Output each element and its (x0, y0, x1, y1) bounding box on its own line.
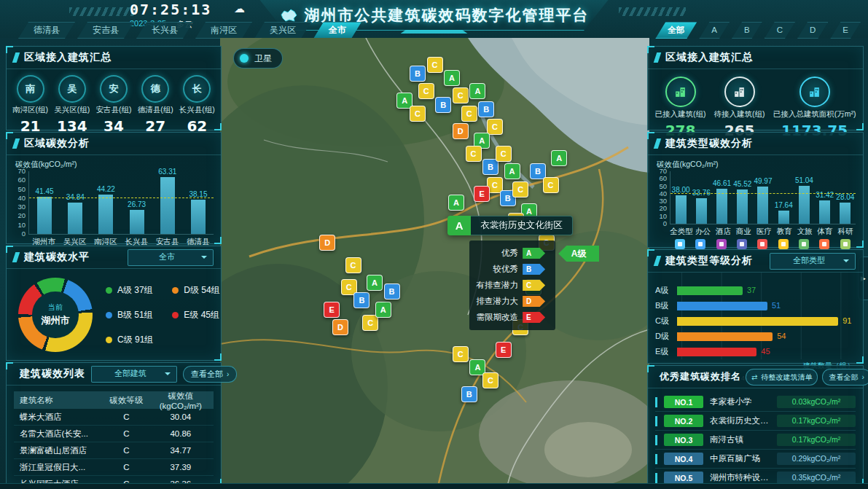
building-marker-grade-B[interactable]: B (384, 283, 400, 300)
x-tick-label: 医疗 (754, 227, 774, 237)
building-marker-grade-D[interactable]: D (453, 123, 469, 139)
region-circle-icon: 长 (183, 75, 211, 103)
building-marker-grade-B[interactable]: B (353, 292, 370, 308)
building-marker-grade-B[interactable]: B (478, 101, 494, 117)
rank-value-badge: 0.29kgCO₂/m² (777, 453, 856, 465)
region-tab[interactable]: 长兴县 (136, 22, 193, 39)
cloud-icon: ☁ (234, 2, 245, 15)
building-marker-grade-C[interactable]: C (418, 83, 434, 99)
building-marker-grade-E[interactable]: E (324, 302, 340, 318)
map-legend-row: 优秀AA级 (477, 248, 546, 259)
building-marker-grade-A[interactable]: A (367, 275, 383, 291)
panel-region-summary-left: 区域接入建筑汇总 南南浔区(组)21吴吴兴区(组)134安安吉县(组)34德德清… (6, 46, 222, 130)
region-circle-icon: 吴 (58, 75, 86, 103)
rank-row[interactable]: NO.3南浔古镇0.17kgCO₂/m² (655, 431, 856, 450)
bar-value-label: 31.42 (816, 191, 834, 199)
building-marker-grade-C[interactable]: C (453, 87, 469, 103)
region-circle-icon: 安 (100, 75, 128, 103)
building-marker-grade-D[interactable]: D (332, 319, 348, 335)
building-marker-grade-C[interactable]: C (461, 106, 477, 122)
region-stat-label: 德清县(组) (138, 105, 173, 115)
table-row[interactable]: 蝶米大酒店C30.04 (14, 409, 214, 426)
title-notch (12, 369, 16, 379)
building-marker-grade-C[interactable]: C (482, 372, 498, 388)
x-tick-label: 商业 (733, 227, 754, 237)
column-header: 建筑名称 (14, 395, 105, 406)
hbar (677, 317, 838, 326)
access-stat-label: 已接入总建筑面积(万m²) (773, 109, 856, 120)
grade-tab[interactable]: D (797, 22, 828, 39)
category-icon (799, 239, 809, 249)
reference-line (670, 193, 856, 194)
legend-text: D级 54组 (184, 284, 219, 297)
grade-tab[interactable]: A (699, 22, 730, 39)
view-all-ranking-button[interactable]: 查看全部 › (822, 369, 868, 386)
hbar-row: C级91 (655, 313, 854, 329)
building-marker-grade-E[interactable]: E (496, 342, 512, 358)
building-name: 蝶米大酒店 (14, 412, 105, 423)
category-icons-row (670, 239, 863, 249)
panel-title: 建筑类型等级分析 (665, 254, 753, 267)
table-row[interactable]: 浙江皇冠假日大...C37.39 (14, 459, 214, 476)
region-stat-label: 安吉县(组) (95, 105, 131, 115)
building-marker-grade-E[interactable]: E (474, 186, 490, 202)
building-marker-grade-B[interactable]: B (482, 159, 498, 175)
region-tab[interactable]: 安吉县 (77, 22, 134, 39)
building-marker-grade-C[interactable]: C (345, 257, 361, 273)
view-all-button[interactable]: 查看全部 › (183, 366, 237, 383)
hbar (677, 332, 773, 341)
pending-list-button[interactable]: ⇄ 待整改建筑清单 (746, 369, 818, 386)
city-dropdown[interactable]: 全市 (128, 249, 214, 266)
hbar-label: C级 (655, 316, 677, 326)
region-tab[interactable]: 全市 (313, 22, 361, 39)
building-filter-dropdown[interactable]: 全部建筑 (91, 366, 177, 383)
satellite-map[interactable]: 卫星 BCACACBCACBCADCBCACEBCACBCAAECBACDCAB… (220, 38, 649, 483)
building-marker-grade-C[interactable]: C (410, 106, 426, 122)
building-marker-grade-A[interactable]: A (504, 163, 520, 179)
building-marker-grade-B[interactable]: B (410, 66, 426, 82)
rank-badge: NO.2 (664, 415, 703, 427)
building-marker-grade-C[interactable]: C (427, 57, 443, 73)
building-marker-grade-C[interactable]: C (543, 177, 559, 193)
bar-column: 17.64 (773, 201, 794, 224)
grade-tab[interactable]: E (830, 22, 861, 39)
rank-row[interactable]: NO.2衣裳街历史文化街区0.17kgCO₂/m² (655, 412, 856, 431)
bar-value-label: 28.04 (836, 193, 854, 201)
rank-row[interactable]: NO.1李家巷小学0.03kgCO₂/m² (655, 393, 856, 412)
type-filter-dropdown[interactable]: 全部类型 (770, 253, 856, 270)
map-legend-label: 优秀 (501, 248, 518, 259)
building-marker-grade-B[interactable]: B (461, 386, 477, 402)
grade-tab[interactable]: B (732, 22, 762, 39)
map-tooltip[interactable]: A 衣裳街历史文化街区 (447, 216, 573, 235)
category-icon (716, 239, 727, 249)
building-marker-grade-C[interactable]: C (453, 346, 469, 362)
building-marker-grade-A[interactable]: A (469, 83, 485, 99)
bar (778, 211, 789, 224)
building-marker-grade-C[interactable]: C (512, 181, 528, 197)
bar (716, 189, 727, 224)
region-tab[interactable]: 吴兴区 (254, 22, 311, 39)
grade-tab[interactable]: C (765, 22, 795, 39)
table-row[interactable]: 名雷大酒店(长安...C40.86 (14, 426, 214, 442)
title-notch-decoration (401, 30, 468, 34)
building-marker-grade-A[interactable]: A (444, 70, 460, 86)
region-tab[interactable]: 南浔区 (195, 22, 252, 39)
y-tick-label: 60 (659, 174, 667, 182)
rank-row[interactable]: NO.4中原百脑广场0.29kgCO₂/m² (655, 450, 856, 469)
grade-tab[interactable]: 全部 (655, 22, 697, 39)
building-marker-grade-C[interactable]: C (496, 146, 512, 162)
building-marker-grade-A[interactable]: A (448, 195, 464, 211)
region-tab[interactable]: 德清县 (18, 22, 75, 39)
satellite-toggle[interactable]: 卫星 (233, 48, 283, 69)
building-marker-grade-A[interactable]: A (551, 150, 567, 166)
building-marker-grade-C[interactable]: C (466, 146, 482, 162)
table-row[interactable]: 景澜富硒山居酒店C34.77 (14, 442, 214, 459)
building-marker-grade-D[interactable]: D (319, 235, 335, 251)
map-legend-row: 有排查潜力C (477, 280, 546, 291)
hbar-row: B级51 (655, 298, 854, 313)
region-stat: 南南浔区(组)21 (12, 75, 48, 135)
building-marker-grade-B[interactable]: B (435, 97, 451, 113)
bar-column: 31.42 (815, 191, 835, 224)
building-marker-grade-C[interactable]: C (362, 315, 378, 331)
building-marker-grade-A[interactable]: A (375, 302, 391, 318)
